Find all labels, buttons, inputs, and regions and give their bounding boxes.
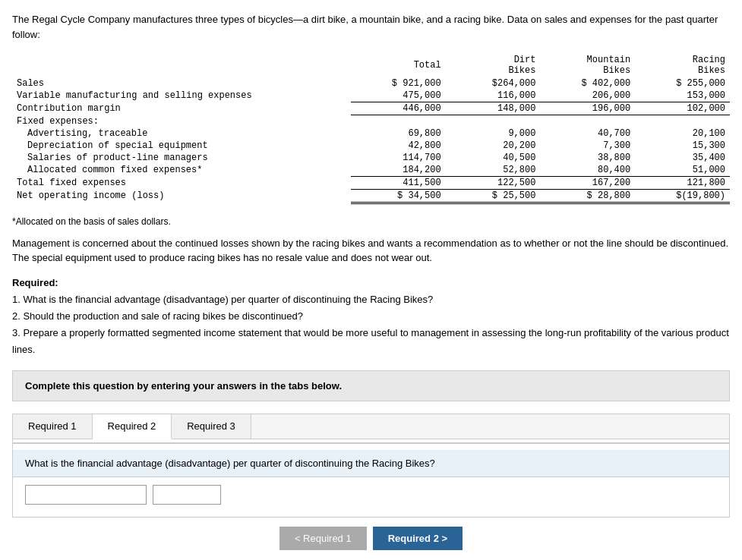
required-section: Required: 1. What is the financial advan… — [12, 275, 730, 358]
nav-buttons: < Required 1 Required 2 > — [12, 518, 730, 559]
table-row: Total fixed expenses 411,500 122,500 167… — [12, 176, 730, 189]
complete-box: Complete this question by entering your … — [12, 370, 730, 401]
required-item-1: 1. What is the financial advantage (disa… — [12, 294, 433, 305]
table-row: Allocated common fixed expenses* 184,200… — [12, 164, 730, 177]
table-row: Contribution margin 446,000 148,000 196,… — [12, 102, 730, 115]
tab-question-text: What is the financial advantage (disadva… — [25, 458, 435, 469]
intro-text: The Regal Cycle Company manufactures thr… — [12, 12, 730, 42]
answer-input-1[interactable] — [25, 485, 147, 505]
table-row: Depreciation of special equipment 42,800… — [12, 140, 730, 152]
prev-button[interactable]: < Required 1 — [279, 527, 367, 550]
tabs-container: Required 1 Required 2 Required 3 What is… — [12, 414, 730, 518]
tab-content-area: What is the financial advantage (disadva… — [13, 450, 729, 477]
required-item-2: 2. Should the production and sale of rac… — [12, 310, 303, 322]
table-row: Variable manufacturing and selling expen… — [12, 90, 730, 102]
required-item-3: 3. Prepare a properly formatted segmente… — [12, 327, 729, 355]
answer-area — [13, 477, 729, 517]
header-dirt: DirtBikes — [446, 54, 541, 77]
header-total: Total — [351, 54, 446, 77]
table-row: Salaries of product-line managers 114,70… — [12, 152, 730, 164]
tabs-header: Required 1 Required 2 Required 3 — [13, 414, 729, 439]
table-row: Advertising, traceable 69,800 9,000 40,7… — [12, 127, 730, 140]
management-text: Management is concerned about the contin… — [12, 236, 730, 266]
table-row: Fixed expenses: — [12, 115, 730, 127]
tab-required-1[interactable]: Required 1 — [13, 414, 93, 439]
required-title: Required: — [12, 277, 58, 288]
tab-required-2[interactable]: Required 2 — [93, 414, 172, 439]
header-mountain: MountainBikes — [540, 54, 635, 77]
allocated-note: *Allocated on the basis of sales dollars… — [12, 216, 730, 227]
next-button[interactable]: Required 2 > — [373, 527, 463, 550]
table-row: Sales $ 921,000 $264,000 $ 402,000 $ 255… — [12, 77, 730, 90]
financial-table: Total DirtBikes MountainBikes RacingBike… — [12, 54, 730, 204]
header-racing: RacingBikes — [635, 54, 730, 77]
answer-input-2[interactable] — [153, 485, 221, 505]
tab-required-3[interactable]: Required 3 — [172, 414, 251, 439]
table-row: Net operating income (loss) $ 34,500 $ 2… — [12, 189, 730, 203]
